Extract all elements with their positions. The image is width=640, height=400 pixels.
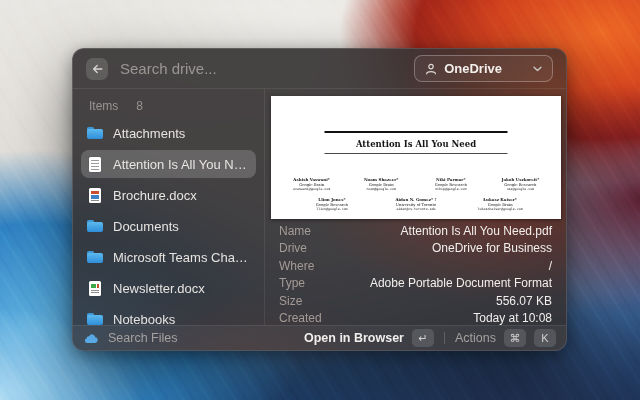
sidebar-item-newsletter-docx[interactable]: Newsletter.docx xyxy=(81,274,256,302)
paper-author: Aidan N. Gomez* † University of Toronto … xyxy=(373,197,457,211)
sidebar-item-brochure-docx[interactable]: Brochure.docx xyxy=(81,181,256,209)
drive-selector-dropdown[interactable]: OneDrive xyxy=(414,55,553,82)
sidebar-item-attachments[interactable]: Attachments xyxy=(81,119,256,147)
folder-icon xyxy=(87,218,103,234)
search-input[interactable] xyxy=(118,59,404,78)
paper-author: Łukasz Kaiser* Google Brain lukaszkaiser… xyxy=(458,197,542,211)
folder-icon xyxy=(87,125,103,141)
search-drive-window: OneDrive Items 8 Attachments Attention I… xyxy=(72,48,567,351)
results-sidebar: Items 8 Attachments Attention Is All You… xyxy=(73,89,265,325)
folder-icon xyxy=(87,249,103,265)
items-count: 8 xyxy=(136,99,143,113)
topbar: OneDrive xyxy=(73,49,566,89)
paper-authors-row-2: Llion Jones* Google Research llion@googl… xyxy=(271,197,561,211)
window-body: Items 8 Attachments Attention Is All You… xyxy=(73,89,566,325)
actions-button[interactable]: Actions xyxy=(455,331,496,345)
paper-authors-row-1: Ashish Vaswani* Google Brain avaswani@go… xyxy=(271,177,561,191)
open-in-browser-button[interactable]: Open in Browser xyxy=(304,331,404,345)
file-name: Attention Is All You Need.pdf xyxy=(113,157,250,172)
cloud-icon xyxy=(83,333,98,343)
pdf-file-icon xyxy=(89,157,101,172)
pdf-preview: Attention Is All You Need Ashish Vaswani… xyxy=(265,89,566,219)
pdf-preview-page: Attention Is All You Need Ashish Vaswani… xyxy=(271,96,561,219)
back-arrow-icon xyxy=(92,64,103,74)
items-header-label: Items xyxy=(89,99,118,113)
command-key-badge: ⌘ xyxy=(504,329,526,347)
app-label: Search Files xyxy=(108,331,177,345)
k-key-badge: K xyxy=(534,329,556,347)
paper-author: Noam Shazeer* Google Brain noam@google.c… xyxy=(346,177,416,191)
drive-selector-label: OneDrive xyxy=(444,61,502,76)
person-icon xyxy=(425,63,437,75)
paper-author: Jakob Uszkoreit* Google Research usz@goo… xyxy=(485,177,555,191)
file-name: Brochure.docx xyxy=(113,188,197,203)
paper-rule-thick xyxy=(324,131,507,133)
paper-rule-thin xyxy=(324,153,507,154)
sidebar-item-teams-chat-files[interactable]: Microsoft Teams Chat Files xyxy=(81,243,256,271)
bottombar-divider xyxy=(444,332,445,344)
back-button[interactable] xyxy=(86,58,108,80)
return-key-badge: ↵ xyxy=(412,329,434,347)
metadata-row-name: Name Attention Is All You Need.pdf xyxy=(279,222,552,240)
metadata-row-type: Type Adobe Portable Document Format xyxy=(279,275,552,293)
sidebar-item-attention-pdf[interactable]: Attention Is All You Need.pdf xyxy=(81,150,256,178)
items-header: Items 8 xyxy=(81,93,256,119)
chevron-down-icon xyxy=(533,66,542,72)
file-name: Newsletter.docx xyxy=(113,281,205,296)
file-name: Attachments xyxy=(113,126,185,141)
sidebar-item-documents[interactable]: Documents xyxy=(81,212,256,240)
docx-file-icon xyxy=(89,188,101,203)
bottombar: Search Files Open in Browser ↵ Actions ⌘… xyxy=(73,325,566,350)
detail-pane: Attention Is All You Need Ashish Vaswani… xyxy=(265,89,566,325)
paper-author: Niki Parmar* Google Research nikip@googl… xyxy=(416,177,486,191)
metadata-row-size: Size 556.07 KB xyxy=(279,292,552,310)
metadata-row-drive: Drive OneDrive for Business xyxy=(279,240,552,258)
paper-author: Llion Jones* Google Research llion@googl… xyxy=(289,197,373,211)
file-name: Microsoft Teams Chat Files xyxy=(113,250,250,265)
docx-file-icon xyxy=(89,281,101,296)
paper-title: Attention Is All You Need xyxy=(271,139,561,149)
metadata-panel: Name Attention Is All You Need.pdf Drive… xyxy=(265,219,566,327)
paper-author: Ashish Vaswani* Google Brain avaswani@go… xyxy=(276,177,346,191)
metadata-row-where: Where / xyxy=(279,257,552,275)
file-name: Documents xyxy=(113,219,179,234)
